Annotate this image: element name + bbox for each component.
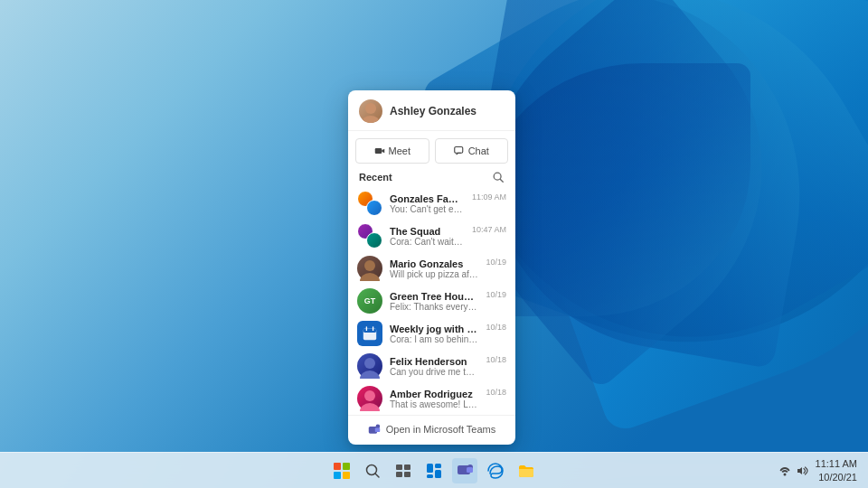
user-name: Ashley Gonzales [390, 105, 476, 117]
search-icon[interactable] [492, 171, 505, 183]
open-teams-bar[interactable]: Open in Microsoft Teams [348, 415, 515, 445]
svg-rect-26 [435, 464, 441, 468]
recent-header: Recent [348, 169, 515, 187]
taskbar-right: 11:11 AM 10/20/21 [778, 457, 857, 483]
system-tray [778, 465, 808, 477]
widgets-icon [426, 463, 442, 479]
open-teams-label: Open in Microsoft Teams [386, 424, 495, 435]
chat-preview: Cora: Can't wait to see everyone! [390, 237, 465, 247]
chat-item-content: Amber Rodriguez That is awesome! Love it… [390, 389, 478, 409]
edge-button[interactable] [483, 458, 508, 483]
list-item[interactable]: Gonzales Family You: Can't get enough of… [348, 187, 515, 220]
chat-name: Mario Gonzales [390, 258, 478, 269]
single-avatar [357, 353, 382, 379]
win-logo-red [334, 463, 341, 470]
chat-name: Felix Henderson [390, 356, 478, 367]
svg-line-20 [375, 474, 379, 477]
task-view-button[interactable] [391, 458, 416, 483]
chat-taskbar-icon [457, 463, 473, 479]
chat-name: Green Tree House PTA [390, 291, 478, 302]
svg-rect-28 [435, 470, 441, 478]
search-taskbar-button[interactable] [360, 458, 385, 483]
single-avatar [357, 256, 382, 281]
svg-point-0 [365, 103, 376, 114]
calendar-avatar [357, 321, 382, 346]
svg-rect-31 [467, 467, 473, 473]
list-item[interactable]: Felix Henderson Can you drive me to the … [348, 350, 515, 382]
widgets-button[interactable] [421, 458, 447, 483]
file-explorer-button[interactable] [514, 458, 539, 483]
recent-label: Recent [359, 172, 392, 183]
chat-name: Weekly jog with Cora [390, 324, 478, 334]
svg-point-14 [364, 390, 375, 401]
taskbar-datetime[interactable]: 11:11 AM 10/20/21 [816, 457, 857, 483]
svg-point-12 [364, 358, 375, 369]
taskbar-time-display: 11:11 AM [816, 457, 857, 470]
chat-button-action[interactable]: Chat [435, 138, 509, 164]
desktop: Ashley Gonzales Meet Chat Recent [0, 0, 868, 488]
chat-panel: Ashley Gonzales Meet Chat Recent [348, 90, 515, 445]
user-avatar [359, 99, 382, 123]
chat-name: The Squad [390, 226, 465, 237]
video-icon [374, 145, 385, 156]
chat-time: 10/18 [486, 388, 506, 397]
svg-point-1 [362, 116, 380, 123]
chat-time: 10/19 [486, 290, 506, 299]
windows-logo [334, 463, 350, 479]
volume-icon [796, 465, 808, 477]
svg-rect-23 [396, 472, 402, 477]
chat-item-content: Weekly jog with Cora Cora: I am so behin… [390, 324, 478, 344]
conversations-list: Gonzales Family You: Can't get enough of… [348, 187, 515, 415]
network-icon [778, 465, 791, 477]
gt-avatar: GT [357, 288, 382, 314]
list-item[interactable]: Mario Gonzales Will pick up pizza after … [348, 252, 515, 285]
edge-icon [487, 463, 504, 479]
chat-panel-actions: Meet Chat [348, 131, 515, 169]
search-taskbar-icon [364, 463, 381, 479]
meet-label: Meet [389, 145, 410, 156]
chat-preview: You: Can't get enough of her. [390, 204, 465, 214]
chat-item-content: Green Tree House PTA Felix: Thanks every… [390, 291, 478, 312]
svg-rect-18 [375, 427, 380, 432]
svg-rect-24 [404, 472, 410, 477]
chat-item-content: Gonzales Family You: Can't get enough of… [390, 193, 465, 214]
taskbar-date-display: 10/20/21 [816, 471, 857, 483]
win-logo-blue [334, 472, 341, 479]
chat-time: 10/19 [486, 258, 506, 267]
group-avatar [357, 191, 382, 216]
chat-preview: That is awesome! Love it! [390, 399, 478, 409]
list-item[interactable]: GT Green Tree House PTA Felix: Thanks ev… [348, 285, 515, 317]
chat-time: 10:47 AM [472, 225, 506, 234]
svg-rect-22 [404, 465, 410, 470]
svg-rect-2 [374, 148, 382, 154]
single-avatar [357, 386, 382, 411]
chat-panel-header: Ashley Gonzales [348, 90, 515, 131]
win-logo-yellow [343, 472, 350, 479]
chat-name: Gonzales Family [390, 193, 465, 204]
list-item[interactable]: Weekly jog with Cora Cora: I am so behin… [348, 317, 515, 350]
chat-time: 10/18 [486, 323, 506, 332]
chat-item-content: Mario Gonzales Will pick up pizza after … [390, 258, 478, 279]
chat-taskbar-button[interactable] [452, 458, 477, 483]
chat-item-content: The Squad Cora: Can't wait to see everyo… [390, 226, 465, 247]
taskbar: 11:11 AM 10/20/21 [0, 452, 868, 488]
chat-preview: Will pick up pizza after my practice. [390, 269, 478, 279]
chat-label: Chat [468, 145, 489, 156]
svg-rect-3 [454, 147, 462, 154]
svg-point-7 [360, 273, 380, 281]
list-item[interactable]: The Squad Cora: Can't wait to see everyo… [348, 220, 515, 252]
svg-point-6 [364, 260, 375, 271]
chat-preview: Can you drive me to the PTA today? [390, 367, 478, 377]
win-logo-green [343, 463, 350, 470]
svg-point-15 [360, 403, 380, 411]
list-item[interactable]: Amber Rodriguez That is awesome! Love it… [348, 382, 515, 415]
svg-point-32 [783, 473, 786, 475]
chat-item-content: Felix Henderson Can you drive me to the … [390, 356, 478, 377]
chat-time: 11:09 AM [472, 192, 506, 202]
chat-preview: Cora: I am so behind on my step goals. [390, 334, 478, 344]
svg-line-5 [500, 179, 503, 182]
start-button[interactable] [329, 458, 354, 483]
meet-button[interactable]: Meet [355, 138, 429, 164]
svg-rect-9 [363, 329, 376, 333]
chat-preview: Felix: Thanks everyone for attending tod… [390, 302, 478, 312]
